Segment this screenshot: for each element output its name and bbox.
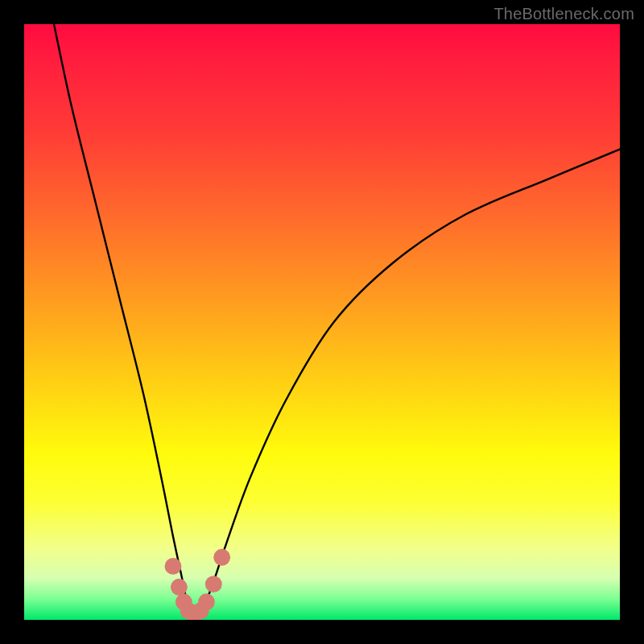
marker-dot: [165, 558, 182, 575]
chart-frame: TheBottleneck.com: [0, 0, 644, 644]
plot-area: [24, 24, 620, 620]
marker-dot: [198, 593, 215, 610]
bottleneck-curve: [54, 24, 620, 619]
curve-layer: [24, 24, 620, 620]
attribution-watermark: TheBottleneck.com: [493, 5, 634, 23]
curve-markers: [165, 549, 231, 620]
marker-dot: [213, 549, 230, 566]
marker-dot: [205, 576, 222, 592]
marker-dot: [171, 579, 188, 596]
